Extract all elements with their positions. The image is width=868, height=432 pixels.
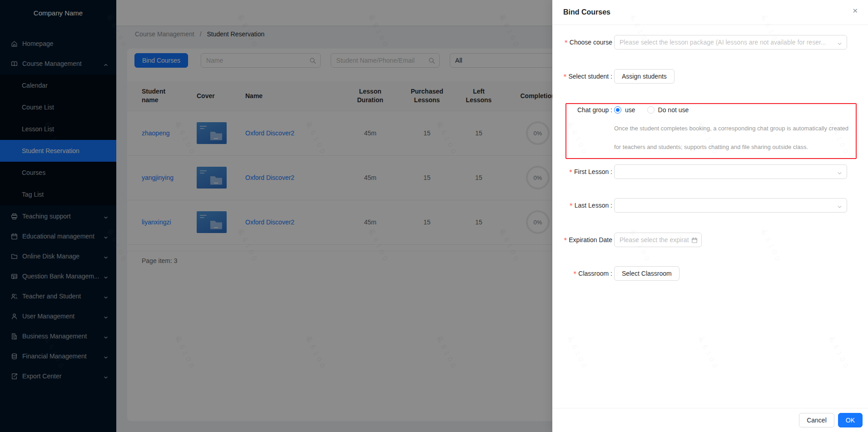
radio-label: Do not use (658, 106, 689, 114)
choose-course-label: *Choose course (563, 39, 614, 46)
drawer-footer: Cancel OK (552, 408, 868, 432)
select-student-label: *Select student : (563, 73, 614, 80)
assign-students-button[interactable]: Assign students (614, 69, 675, 84)
chevron-down-icon (837, 40, 842, 45)
expiration-date-input[interactable] (615, 233, 701, 247)
drawer-title: Bind Courses (563, 8, 610, 16)
drawer-watermark-layer: 羲6100羲6100羲6100羲6100羲6100羲6100羲6100羲6100… (552, 0, 868, 432)
cancel-button[interactable]: Cancel (799, 413, 834, 427)
bind-courses-drawer: Bind Courses ✕ *Choose course Please sel… (552, 0, 868, 432)
choose-course-select[interactable]: Please select the lesson package (AI les… (614, 35, 847, 50)
last-lesson-row: *Last Lesson : (563, 198, 847, 213)
choose-course-placeholder: Please select the lesson package (AI les… (620, 39, 826, 46)
close-icon[interactable]: ✕ (852, 7, 858, 14)
classroom-row: *Classroom : Select Classroom (563, 266, 847, 281)
first-lesson-row: *First Lesson : (563, 164, 847, 179)
chevron-down-icon (837, 204, 842, 209)
first-lesson-label: *First Lesson : (563, 168, 614, 175)
select-student-row: *Select student : Assign students (563, 69, 847, 84)
chat-group-row: Chat group : use Do not use (563, 104, 847, 115)
watermark-text: 羲6100 (827, 334, 852, 372)
watermark-text: 羲6100 (565, 120, 590, 158)
drawer-mask-overlay[interactable] (0, 0, 552, 432)
last-lesson-select[interactable] (614, 198, 847, 213)
watermark-text: 羲6100 (696, 334, 721, 372)
expiration-date-field (614, 233, 702, 247)
first-lesson-select[interactable] (614, 164, 847, 179)
classroom-label: *Classroom : (563, 270, 614, 277)
app-root: Company Name Homepage Course Management (0, 0, 868, 432)
expiration-date-row: *Expiration Date (563, 233, 847, 247)
calendar-icon (691, 237, 698, 244)
choose-course-row: *Choose course Please select the lesson … (563, 35, 847, 50)
ok-button[interactable]: OK (838, 413, 863, 427)
select-classroom-button[interactable]: Select Classroom (614, 266, 680, 281)
watermark-text: 羲6100 (565, 334, 590, 372)
chat-group-label: Chat group : (563, 106, 614, 114)
last-lesson-label: *Last Lesson : (563, 202, 614, 209)
drawer-header: Bind Courses ✕ (552, 0, 868, 25)
radio-checked-icon (614, 106, 621, 114)
chat-group-use-option[interactable]: use (614, 106, 635, 114)
chat-group-do-not-use-option[interactable]: Do not use (647, 106, 689, 114)
chat-group-radio-group: use Do not use (614, 106, 689, 114)
chat-group-help-text: Once the student completes booking, a co… (614, 119, 851, 156)
expiration-date-label: *Expiration Date (563, 236, 614, 243)
radio-label: use (625, 106, 635, 114)
chevron-down-icon (837, 170, 842, 175)
radio-unchecked-icon (647, 106, 655, 114)
